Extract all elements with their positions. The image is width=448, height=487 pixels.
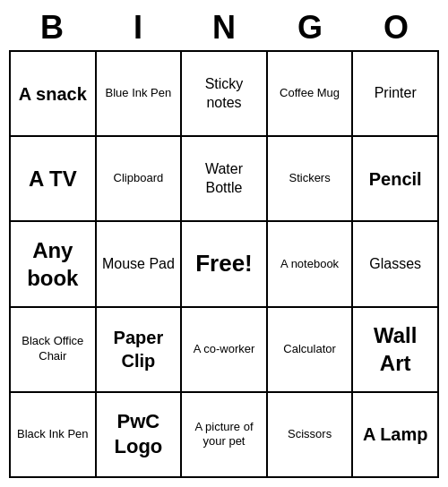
cell-text-22: A picture of your pet <box>185 420 263 450</box>
letter-n: N <box>181 9 267 47</box>
cell-text-11: Mouse Pad <box>102 255 175 274</box>
cell-text-5: A TV <box>29 165 77 192</box>
bingo-cell-4[interactable]: Printer <box>353 52 439 137</box>
cell-text-10: Any book <box>14 236 91 292</box>
bingo-cell-10[interactable]: Any book <box>11 222 97 307</box>
cell-text-7: Water Bottle <box>185 160 263 198</box>
cell-text-12: Free! <box>195 249 253 279</box>
cell-text-9: Pencil <box>369 167 422 191</box>
bingo-cell-2[interactable]: Sticky notes <box>182 52 268 137</box>
cell-text-21: PwC Logo <box>100 409 177 460</box>
cell-text-15: Black Office Chair <box>14 334 91 364</box>
bingo-grid: A snackBlue Ink PenSticky notesCoffee Mu… <box>9 50 439 478</box>
cell-text-1: Blue Ink Pen <box>106 86 172 101</box>
cell-text-13: A notebook <box>280 257 339 272</box>
cell-text-19: Wall Art <box>357 321 434 377</box>
cell-text-3: Coffee Mug <box>280 86 340 101</box>
bingo-cell-19[interactable]: Wall Art <box>353 308 439 393</box>
bingo-cell-18[interactable]: Calculator <box>268 308 354 393</box>
cell-text-18: Calculator <box>283 342 336 357</box>
cell-text-24: A Lamp <box>363 423 428 446</box>
cell-text-6: Clipboard <box>114 171 164 186</box>
bingo-cell-20[interactable]: Black Ink Pen <box>11 393 97 478</box>
bingo-cell-11[interactable]: Mouse Pad <box>97 222 183 307</box>
bingo-cell-22[interactable]: A picture of your pet <box>182 393 268 478</box>
cell-text-16: Paper Clip <box>100 326 177 372</box>
cell-text-2: Sticky notes <box>185 75 263 113</box>
bingo-cell-9[interactable]: Pencil <box>353 137 439 222</box>
letter-b: B <box>9 9 95 47</box>
bingo-cell-0[interactable]: A snack <box>11 52 97 137</box>
bingo-cell-12[interactable]: Free! <box>182 222 268 307</box>
bingo-header: B I N G O <box>9 9 439 47</box>
bingo-cell-14[interactable]: Glasses <box>353 222 439 307</box>
bingo-cell-5[interactable]: A TV <box>11 137 97 222</box>
bingo-cell-17[interactable]: A co-worker <box>182 308 268 393</box>
bingo-cell-15[interactable]: Black Office Chair <box>11 308 97 393</box>
cell-text-14: Glasses <box>369 255 421 274</box>
letter-i: I <box>95 9 181 47</box>
bingo-cell-7[interactable]: Water Bottle <box>182 137 268 222</box>
bingo-cell-6[interactable]: Clipboard <box>97 137 183 222</box>
bingo-cell-23[interactable]: Scissors <box>268 393 354 478</box>
letter-g: G <box>267 9 353 47</box>
cell-text-17: A co-worker <box>194 342 255 357</box>
bingo-cell-13[interactable]: A notebook <box>268 222 354 307</box>
letter-o: O <box>353 9 439 47</box>
bingo-cell-21[interactable]: PwC Logo <box>97 393 183 478</box>
bingo-cell-8[interactable]: Stickers <box>268 137 354 222</box>
bingo-cell-16[interactable]: Paper Clip <box>97 308 183 393</box>
cell-text-8: Stickers <box>289 171 330 186</box>
cell-text-4: Printer <box>375 84 417 103</box>
cell-text-0: A snack <box>19 82 87 106</box>
cell-text-20: Black Ink Pen <box>17 427 89 442</box>
bingo-cell-1[interactable]: Blue Ink Pen <box>97 52 183 137</box>
cell-text-23: Scissors <box>288 427 332 442</box>
bingo-cell-3[interactable]: Coffee Mug <box>268 52 354 137</box>
bingo-cell-24[interactable]: A Lamp <box>353 393 439 478</box>
